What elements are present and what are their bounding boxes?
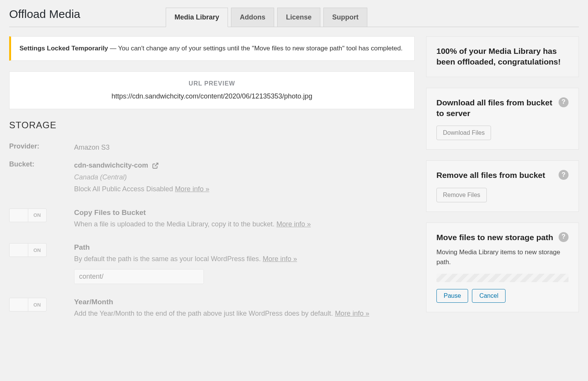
copy-files-desc: When a file is uploaded to the Media Lib… [74, 220, 276, 228]
move-card: Move files to new storage path ? Moving … [426, 223, 579, 312]
toggle-on-label: ON [28, 244, 47, 257]
help-icon[interactable]: ? [559, 232, 569, 242]
remove-files-button[interactable]: Remove Files [436, 188, 487, 202]
download-title: Download all files from bucket to server [436, 97, 554, 119]
page-title: Offload Media [9, 8, 166, 27]
help-icon[interactable]: ? [559, 170, 569, 180]
provider-row: Provider: Amazon S3 [9, 142, 415, 153]
copy-files-more-link[interactable]: More info » [276, 220, 311, 228]
move-progress-bar [436, 274, 569, 282]
notice-sep: — [108, 45, 118, 52]
tab-media-library[interactable]: Media Library [166, 8, 228, 27]
move-title: Move files to new storage path [436, 232, 553, 243]
year-month-more-link[interactable]: More info » [335, 310, 369, 317]
url-preview-card: URL PREVIEW https://cdn.sandwichcity.com… [9, 71, 415, 109]
storage-heading: STORAGE [9, 120, 415, 131]
path-input[interactable] [74, 269, 204, 284]
path-row: ON Path By default the path is the same … [9, 243, 415, 284]
download-files-button[interactable]: Download Files [436, 126, 491, 140]
congrats-card: 100% of your Media Library has been offl… [426, 36, 579, 77]
toggle-on-label: ON [28, 209, 47, 222]
tabs: Media Library Addons License Support [166, 8, 367, 27]
bucket-value: cdn-sandwichcity-com [74, 160, 148, 171]
year-month-toggle[interactable]: ON [9, 298, 47, 312]
provider-label: Provider: [9, 142, 74, 153]
pause-button[interactable]: Pause [436, 289, 468, 303]
remove-card: Remove all files from bucket ? Remove Fi… [426, 160, 579, 211]
move-desc: Moving Media Library items to new storag… [436, 247, 569, 267]
remove-title: Remove all files from bucket [436, 170, 545, 181]
year-month-desc: Add the Year/Month to the end of the pat… [74, 310, 335, 317]
url-preview-label: URL PREVIEW [21, 80, 403, 87]
tab-addons[interactable]: Addons [231, 8, 274, 27]
bucket-label: Bucket: [9, 160, 74, 194]
bpa-more-link[interactable]: More info » [175, 185, 209, 193]
copy-files-toggle[interactable]: ON [9, 208, 47, 222]
bucket-region: Canada (Central) [74, 172, 415, 183]
svg-line-0 [155, 163, 158, 166]
path-toggle[interactable]: ON [9, 243, 47, 257]
download-card: Download all files from bucket to server… [426, 88, 579, 150]
settings-locked-notice: Settings Locked Temporarily — You can't … [9, 36, 415, 61]
external-link-icon[interactable] [152, 162, 159, 169]
copy-files-title: Copy Files to Bucket [74, 208, 415, 217]
path-title: Path [74, 243, 415, 252]
cancel-button[interactable]: Cancel [472, 289, 506, 303]
bpa-row: Block All Public Access Disabled More in… [74, 184, 415, 195]
year-month-title: Year/Month [74, 298, 415, 306]
tab-license[interactable]: License [277, 8, 320, 27]
storage-settings: Provider: Amazon S3 Bucket: cdn-sandwich… [9, 142, 415, 319]
header-row: Offload Media Media Library Addons Licen… [9, 8, 579, 27]
url-preview-value: https://cdn.sandwichcity.com/content/202… [21, 92, 403, 100]
toggle-on-label: ON [28, 298, 47, 311]
side-column: 100% of your Media Library has been offl… [426, 36, 579, 323]
notice-strong: Settings Locked Temporarily [19, 45, 108, 52]
provider-value: Amazon S3 [74, 142, 415, 153]
notice-text: You can't change any of your settings un… [118, 45, 402, 52]
copy-files-row: ON Copy Files to Bucket When a file is u… [9, 208, 415, 230]
tab-support[interactable]: Support [323, 8, 367, 27]
bucket-row: Bucket: cdn-sandwichcity-com Canada (Cen… [9, 160, 415, 194]
help-icon[interactable]: ? [559, 97, 569, 107]
main-column: Settings Locked Temporarily — You can't … [9, 36, 415, 323]
bucket-name: cdn-sandwichcity-com [74, 160, 159, 171]
bpa-text: Block All Public Access Disabled [74, 185, 175, 193]
path-desc: By default the path is the same as your … [74, 255, 263, 263]
congrats-text: 100% of your Media Library has been offl… [436, 46, 569, 68]
path-more-link[interactable]: More info » [263, 255, 297, 263]
year-month-row: ON Year/Month Add the Year/Month to the … [9, 298, 415, 319]
